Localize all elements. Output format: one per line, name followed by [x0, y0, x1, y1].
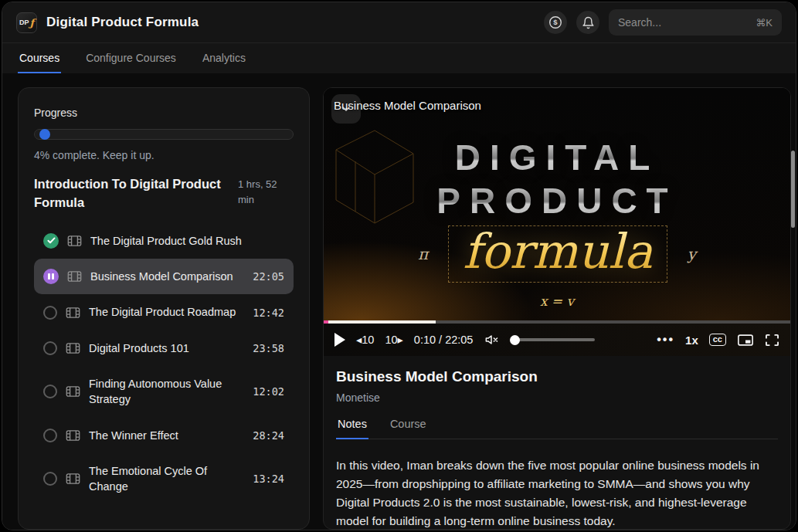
lesson-row[interactable]: Business Model Comparison22:05 [34, 259, 294, 294]
search-shortcut: ⌘K [756, 17, 773, 29]
forward-10-button[interactable]: 10▸ [385, 334, 402, 346]
lesson-row-title: Digital Products 101 [89, 341, 244, 356]
lesson-row-duration: 13:24 [253, 473, 284, 485]
lesson-row[interactable]: The Digital Product Gold Rush [34, 223, 294, 259]
lesson-unstarted-icon [43, 472, 57, 486]
video-artwork: DIGITAL PRODUCT π formula y x = v [324, 136, 790, 309]
playback-speed-button[interactable]: 1x [685, 334, 698, 347]
vertical-scrollbar[interactable] [791, 151, 795, 228]
tab-analytics[interactable]: Analytics [201, 43, 247, 73]
muted-speaker-icon [484, 334, 499, 346]
y-symbol: y [688, 245, 696, 263]
video-lesson-icon [66, 473, 80, 485]
lesson-list: The Digital Product Gold RushBusiness Mo… [34, 223, 294, 505]
content-area: Progress 4% complete. Keep it up. Introd… [2, 73, 796, 530]
volume-knob[interactable] [510, 335, 520, 345]
lesson-description: In this video, Iman breaks down the five… [336, 456, 778, 530]
tab-configure-courses[interactable]: Configure Courses [84, 43, 178, 73]
lesson-row[interactable]: The Emotional Cycle Of Change13:24 [34, 453, 294, 505]
more-options-button[interactable]: ••• [657, 333, 674, 347]
bell-icon [582, 16, 595, 29]
lesson-row[interactable]: The Digital Product Roadmap12:42 [34, 294, 294, 330]
play-button[interactable] [334, 333, 345, 347]
check-icon [47, 237, 56, 244]
video-lesson-icon [66, 307, 80, 319]
tab-notes[interactable]: Notes [336, 418, 368, 439]
course-duration: 1 hrs, 52 min [238, 175, 294, 212]
lesson-row[interactable]: Digital Products 10123:58 [34, 330, 294, 366]
video-lesson-icon [66, 342, 80, 354]
currency-button[interactable]: $ [544, 11, 567, 34]
lesson-row[interactable]: Finding Autonomous Value Strategy12:02 [34, 366, 294, 418]
lesson-row-duration: 22:05 [253, 270, 284, 283]
lesson-category: Monetise [336, 391, 778, 404]
video-lesson-icon [67, 270, 82, 283]
fullscreen-button[interactable] [765, 334, 779, 347]
lesson-unstarted-icon [43, 429, 57, 442]
artwork-formula-row: π formula y [418, 225, 696, 283]
app-logo: DP ƒ [16, 12, 37, 33]
progress-slider[interactable] [34, 129, 294, 140]
video-overlay-title: Business Model Comparison [334, 99, 481, 112]
logo-dp-text: DP [19, 19, 29, 26]
lesson-row-duration: 23:58 [253, 342, 284, 354]
video-lesson-icon [67, 235, 82, 247]
artwork-line-product: PRODUCT [436, 179, 677, 222]
progress-label: Progress [34, 107, 294, 119]
search-placeholder: Search... [618, 16, 749, 29]
volume-track [518, 338, 595, 341]
lesson-row-title: Business Model Comparison [90, 269, 244, 284]
lesson-playing-icon [43, 269, 59, 284]
video-surface[interactable]: Business Model Comparison DIGITAL PRODUC… [324, 88, 790, 320]
captions-button[interactable]: cc [709, 334, 726, 346]
progress-caption: 4% complete. Keep it up. [34, 149, 294, 161]
artwork-formula-text: formula [463, 223, 652, 280]
lesson-unstarted-icon [43, 385, 57, 398]
artwork-equation: x = v [540, 293, 574, 309]
rewind-10-button[interactable]: ◂10 [356, 334, 374, 346]
search-input[interactable]: Search... ⌘K [609, 9, 782, 36]
lesson-row[interactable]: The Winner Effect28:24 [34, 418, 294, 453]
formula-dashed-box: formula [448, 225, 667, 283]
video-lesson-icon [66, 429, 80, 442]
time-display: 0:10 / 22:05 [414, 334, 474, 346]
play-icon [334, 333, 345, 347]
pause-icon [48, 273, 54, 280]
lesson-row-title: The Winner Effect [89, 428, 244, 443]
progress-knob[interactable] [39, 129, 50, 140]
video-player[interactable]: Business Model Comparison DIGITAL PRODUC… [324, 88, 790, 356]
lesson-row-duration: 12:02 [253, 385, 284, 398]
svg-text:$: $ [553, 18, 558, 26]
lesson-row-title: The Emotional Cycle Of Change [89, 463, 244, 495]
video-controls: ◂10 10▸ 0:10 / 22:05 ••• [324, 324, 790, 356]
logo-f-glyph: ƒ [29, 17, 34, 29]
app-window: DP ƒ Digital Product Formula $ Search...… [2, 2, 796, 530]
lesson-completed-icon [43, 233, 59, 249]
volume-slider[interactable] [510, 335, 595, 345]
tab-course[interactable]: Course [389, 418, 428, 439]
lesson-row-title: The Digital Product Gold Rush [90, 233, 276, 249]
course-title: Introduction To Digital Product Formula [34, 175, 230, 212]
pip-button[interactable] [737, 334, 754, 347]
lesson-detail: Business Model Comparison Monetise Notes… [324, 356, 790, 530]
tab-courses[interactable]: Courses [18, 43, 61, 73]
lesson-unstarted-icon [43, 341, 57, 355]
app-header: DP ƒ Digital Product Formula $ Search...… [2, 2, 796, 42]
video-panel: Business Model Comparison DIGITAL PRODUC… [323, 87, 791, 530]
course-sidebar: Progress 4% complete. Keep it up. Introd… [18, 87, 310, 530]
mute-button[interactable] [484, 334, 499, 346]
header-actions: $ Search... ⌘K [544, 9, 782, 36]
lesson-row-title: Finding Autonomous Value Strategy [89, 376, 244, 408]
detail-tabs: Notes Course [336, 418, 778, 439]
lesson-title: Business Model Comparison [336, 368, 778, 385]
app-title: Digital Product Formula [46, 15, 199, 30]
course-header: Introduction To Digital Product Formula … [34, 175, 294, 212]
lesson-unstarted-icon [43, 306, 57, 320]
artwork-line-digital: DIGITAL [455, 136, 660, 179]
lesson-row-duration: 12:42 [253, 307, 284, 319]
notifications-button[interactable] [576, 11, 599, 34]
lesson-row-title: The Digital Product Roadmap [89, 304, 244, 320]
dollar-circle-icon: $ [548, 15, 562, 29]
video-lesson-icon [66, 385, 80, 398]
pi-symbol: π [418, 245, 428, 263]
